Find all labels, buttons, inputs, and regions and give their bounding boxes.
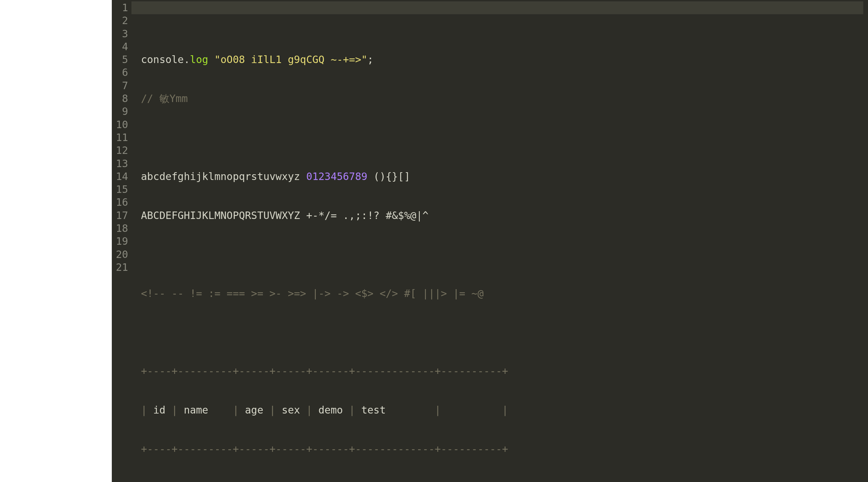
table-header: id [153,404,165,416]
token-number: 0123456789 [306,170,368,182]
code-line[interactable]: +----+---------+-----+-----+------+-----… [141,365,868,378]
token-string: "oO08 iIlL1 g9qCGQ ~-+=>" [214,54,368,65]
code-line[interactable]: abcdefghijklmnopqrstuvwxyz 0123456789 ()… [141,170,868,183]
token-comment: <!-- -- != := === >= >- >=> |-> -> <$> <… [141,287,483,299]
ascii-table-rule: +----+---------+-----+-----+------+-----… [141,365,508,377]
line-number: 5 [112,53,128,66]
code-line[interactable] [141,326,868,339]
token-method: log [190,54,208,65]
code-line[interactable]: console.log "oO08 iIlL1 g9qCGQ ~-+=>"; [141,53,868,66]
line-number: 12 [112,144,128,157]
line-number: 1 [112,1,128,14]
table-header: name [184,404,226,416]
code-line[interactable]: ABCDEFGHIJKLMNOPQRSTUVWXYZ +-*/= .,;:!? … [141,209,868,222]
line-number: 2 [112,14,128,27]
code-line[interactable]: <!-- -- != := === >= >- >=> |-> -> <$> <… [141,287,868,300]
code-line[interactable]: +----+---------+-----+-----+------+-----… [141,443,868,456]
token-punctuation: . [184,54,190,65]
table-header: age [245,404,263,416]
line-number: 15 [112,183,128,196]
line-number: 16 [112,196,128,209]
line-number: 18 [112,222,128,235]
code-line[interactable] [141,248,868,261]
line-number-gutter: 123456789101112131415161718192021 [112,0,131,482]
table-header: test [361,404,429,416]
line-number: 4 [112,40,128,53]
line-number: 10 [112,118,128,131]
line-number: 19 [112,235,128,248]
line-number: 13 [112,157,128,170]
table-header: sex [282,404,300,416]
code-line[interactable]: // 敏Ymm [141,92,868,105]
table-header: demo [318,404,343,416]
line-number: 20 [112,248,128,261]
line-number: 8 [112,92,128,105]
line-number: 14 [112,170,128,183]
token-identifier: console [141,54,184,65]
line-number: 17 [112,209,128,222]
code-line[interactable]: | id | name | age | sex | demo | test | … [141,404,868,417]
line-number: 6 [112,66,128,79]
token-comment: // 敏Ymm [141,93,188,104]
line-number: 3 [112,27,128,40]
active-line-highlight [131,1,863,14]
code-area[interactable]: console.log "oO08 iIlL1 g9qCGQ ~-+=>"; /… [131,0,868,482]
ascii-table-rule: +----+---------+-----+-----+------+-----… [141,443,508,455]
line-number: 21 [112,261,128,274]
line-number: 9 [112,105,128,118]
code-line[interactable] [141,131,868,144]
line-number: 11 [112,131,128,144]
line-number: 7 [112,79,128,92]
code-editor[interactable]: 123456789101112131415161718192021 consol… [112,0,868,482]
